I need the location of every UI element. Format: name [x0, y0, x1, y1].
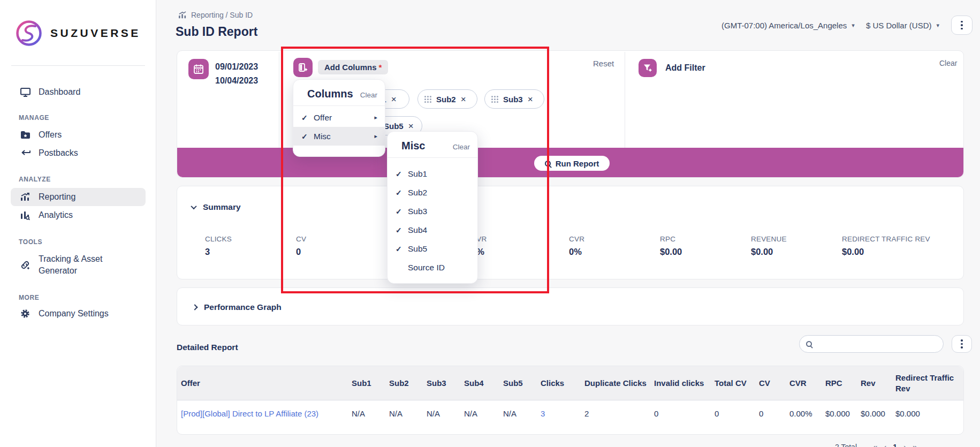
misc-item-source-id[interactable]: Source ID [388, 258, 477, 277]
link-plus-icon [19, 260, 31, 270]
calendar-icon[interactable] [188, 59, 209, 79]
stat-value: $0.00 [660, 247, 682, 257]
stat-label: REVENUE [751, 235, 787, 243]
column-header-total-cv[interactable]: Total CV [715, 378, 759, 389]
add-filter-button[interactable]: Add Filter [665, 63, 705, 73]
table-cell-link[interactable]: 3 [541, 408, 584, 419]
remove-chip-icon[interactable]: × [461, 95, 466, 104]
sidebar-item-label: Reporting [39, 192, 75, 202]
table-search[interactable] [799, 335, 944, 353]
next-page-button[interactable]: › [903, 442, 906, 447]
item-label: Sub1 [408, 169, 427, 179]
columns-item-misc[interactable]: ✓Misc▸ [293, 127, 385, 146]
stat-label: CV [296, 235, 306, 243]
dropdown-divider [388, 157, 477, 158]
column-header-rpc[interactable]: RPC [825, 378, 861, 389]
stat-label: CLICKS [205, 235, 232, 243]
current-page[interactable]: 1 [893, 443, 897, 447]
column-header-rev[interactable]: Rev [861, 378, 895, 389]
suzuverse-logo-icon [15, 19, 43, 47]
column-header-duplicate-clicks[interactable]: Duplicate Clicks [584, 378, 654, 389]
column-header-sub2[interactable]: Sub2 [389, 378, 427, 389]
magnifier-icon [545, 161, 551, 166]
chevron-down-icon [191, 203, 196, 209]
reset-button[interactable]: Reset [593, 59, 614, 68]
table-kebab-menu-button[interactable] [952, 335, 972, 353]
chip-label: Sub5 [384, 122, 404, 131]
prev-page-button[interactable]: ‹ [884, 442, 886, 447]
summary-stat-redirect-traffic-rev: REDIRECT TRAFFIC REV$0.00 [842, 235, 930, 257]
remove-chip-icon[interactable]: × [528, 95, 533, 104]
column-header-sub5[interactable]: Sub5 [503, 378, 541, 389]
column-chip-sub3[interactable]: Sub3× [484, 89, 544, 109]
submenu-caret-icon: ▸ [374, 133, 377, 140]
misc-item-sub4[interactable]: ✓Sub4 [388, 221, 477, 239]
brand-logo[interactable]: SUZUVERSE [15, 19, 141, 47]
sidebar-item-offers[interactable]: Offers [11, 126, 146, 144]
remove-chip-icon[interactable]: × [391, 95, 397, 104]
sidebar-item-company-settings[interactable]: Company Settings [11, 305, 146, 323]
misc-clear-button[interactable]: Clear [453, 143, 470, 151]
column-header-sub4[interactable]: Sub4 [464, 378, 503, 389]
checkmark-icon: ✓ [301, 113, 314, 122]
last-page-button[interactable]: » [913, 442, 917, 447]
currency-select[interactable]: $ US Dollar (USD) ▾ [866, 21, 939, 30]
misc-item-sub5[interactable]: ✓Sub5 [388, 239, 477, 258]
add-columns-button[interactable]: Add Columns * [318, 60, 388, 74]
stat-value: 3 [205, 247, 232, 257]
page-title: Sub ID Report [176, 25, 257, 39]
drag-handle-icon[interactable] [491, 96, 498, 103]
search-icon [806, 341, 812, 347]
column-header-redirect-traffic-rev[interactable]: Redirect Traffic Rev [895, 373, 961, 394]
detailed-report-title: Detailed Report [177, 343, 238, 352]
column-header-invalid-clicks[interactable]: Invalid clicks [654, 378, 715, 389]
sidebar-item-label: Tracking & Asset Generator [39, 253, 119, 277]
misc-item-sub2[interactable]: ✓Sub2 [388, 183, 477, 202]
first-page-button[interactable]: « [873, 442, 877, 447]
date-range-display[interactable]: 09/01/2023 10/04/2023 [215, 60, 258, 88]
table-cell-link[interactable]: [Prod][Global] Direct to LP Affiliate (2… [181, 408, 352, 419]
header-kebab-menu-button[interactable] [951, 16, 973, 35]
table-cell: N/A [352, 408, 389, 419]
column-header-clicks[interactable]: Clicks [541, 378, 584, 389]
stat-label: REDIRECT TRAFFIC REV [842, 235, 930, 243]
clear-filters-button[interactable]: Clear [939, 59, 957, 67]
add-columns-icon[interactable] [293, 58, 313, 77]
performance-graph-toggle[interactable]: Performance Graph [193, 302, 282, 312]
summary-stat-clicks: CLICKS3 [205, 235, 232, 257]
run-report-button[interactable]: Run Report [534, 156, 610, 171]
summary-title: Summary [203, 202, 241, 212]
columns-item-offer[interactable]: ✓Offer▸ [293, 108, 385, 127]
breadcrumb-text[interactable]: Reporting / Sub ID [191, 11, 253, 19]
misc-item-sub1[interactable]: ✓Sub1 [388, 164, 477, 183]
column-header-sub3[interactable]: Sub3 [427, 378, 464, 389]
column-header-cv[interactable]: CV [759, 378, 789, 389]
pagination-total: 2 Total [835, 443, 857, 447]
column-header-sub1[interactable]: Sub1 [352, 378, 389, 389]
columns-clear-button[interactable]: Clear [360, 91, 377, 99]
column-header-cvr[interactable]: CVR [789, 378, 825, 389]
summary-stat-cv: CV0 [296, 235, 306, 257]
table-cell: 0.00% [789, 408, 825, 419]
search-input[interactable] [816, 340, 937, 348]
summary-toggle[interactable]: Summary [192, 202, 241, 212]
table-cell: 0 [759, 408, 789, 419]
checkmark-icon: ✓ [396, 170, 408, 178]
stat-label: RPC [660, 235, 682, 243]
column-header-offer[interactable]: Offer [181, 378, 352, 389]
add-filter-icon[interactable] [639, 59, 657, 77]
kebab-icon [961, 21, 963, 30]
timezone-select[interactable]: (GMT-07:00) America/Los_Angeles ▾ [721, 21, 855, 30]
column-chip-sub2[interactable]: Sub2× [417, 89, 477, 109]
sidebar-item-analytics[interactable]: Analytics [11, 206, 146, 224]
sidebar-item-postbacks[interactable]: Postbacks [11, 144, 146, 162]
summary-stat-cvr: CVR0% [569, 235, 584, 257]
summary-panel: Summary CLICKS3CV0EVR0%CVR0%RPC$0.00REVE… [177, 186, 964, 279]
submenu-caret-icon: ▸ [374, 114, 377, 121]
misc-item-sub3[interactable]: ✓Sub3 [388, 202, 477, 221]
remove-chip-icon[interactable]: × [408, 122, 414, 131]
sidebar-item-tracking-asset-generator[interactable]: Tracking & Asset Generator [11, 251, 146, 279]
drag-handle-icon[interactable] [424, 96, 431, 103]
sidebar-item-dashboard[interactable]: Dashboard [11, 83, 146, 101]
sidebar-item-reporting[interactable]: Reporting [11, 188, 146, 206]
